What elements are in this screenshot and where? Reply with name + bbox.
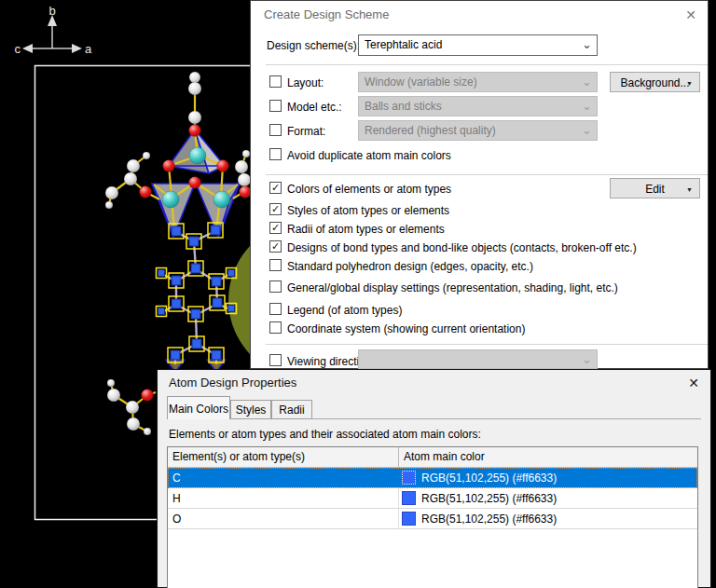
separator: [266, 344, 708, 345]
axis-a-arrow-icon: [72, 44, 82, 53]
atom-design-properties-dialog: Atom Design Properties ✕ Main Colors Sty…: [157, 369, 711, 588]
edit-button[interactable]: Edit ▼: [610, 178, 700, 198]
legend-label: Legend (of atom types): [287, 304, 402, 317]
standard-polyhedron-checkbox[interactable]: [269, 259, 282, 271]
chevron-down-icon: ⌄: [582, 123, 592, 137]
model-label: Model etc.:: [287, 101, 342, 114]
separator: [266, 64, 708, 65]
color-swatch: [402, 471, 416, 485]
tab-styles[interactable]: Styles: [230, 400, 271, 419]
chevron-down-icon: ⌄: [582, 99, 592, 113]
dropdown-arrow-icon[interactable]: ▼: [686, 80, 693, 87]
design-scheme-combobox[interactable]: Terephtalic acid ⌄: [358, 34, 598, 56]
standard-polyhedron-label: Standard polyhedron design (edges, opaci…: [287, 260, 533, 273]
color-swatch: [402, 491, 416, 505]
table-row-h[interactable]: H RGB(51,102,255) (#ff6633): [168, 488, 697, 509]
tab-main-colors[interactable]: Main Colors: [167, 396, 230, 419]
model-combobox: Balls and sticks ⌄: [358, 96, 598, 116]
layout-combobox: Window (variable size) ⌄: [358, 72, 598, 92]
axes-widget: b a c: [15, 4, 93, 56]
format-checkbox[interactable]: [269, 124, 282, 136]
avoid-duplicate-colors-label: Avoid duplicate atom main colors: [287, 149, 451, 162]
colors-of-elements-checkbox[interactable]: ✓: [269, 182, 282, 194]
styles-of-atom-types-label: Styles of atom types or elements: [287, 204, 449, 217]
close-icon[interactable]: ✕: [685, 8, 696, 21]
general-display-settings-checkbox[interactable]: [269, 280, 282, 293]
model-checkbox[interactable]: [269, 100, 282, 112]
separator: [266, 174, 708, 175]
selected-atom-squares: [158, 226, 235, 360]
color-swatch: [402, 512, 416, 526]
chevron-down-icon: ⌄: [582, 352, 592, 366]
table-description: Elements or atom types and their associa…: [169, 428, 481, 441]
table-row-o[interactable]: O RGB(51,102,255) (#ff6633): [168, 509, 697, 529]
column-header-element: Element(s) or atom type(s): [168, 447, 399, 467]
chevron-down-icon[interactable]: ⌄: [582, 37, 592, 51]
radii-of-atom-types-label: Radii of atom types or elements: [287, 223, 445, 236]
viewing-direction-combobox: ⌄: [358, 349, 598, 369]
styles-of-atom-types-checkbox[interactable]: ✓: [269, 203, 282, 215]
coordinate-system-label: Coordinate system (showing current orien…: [287, 322, 525, 335]
general-display-settings-label: General/global display settings (represe…: [287, 281, 618, 294]
radii-of-atom-types-checkbox[interactable]: ✓: [269, 222, 282, 234]
table-row-c[interactable]: C RGB(51,102,255) (#ff6633): [168, 468, 697, 488]
atom-colors-table: Element(s) or atom type(s) Atom main col…: [167, 446, 698, 588]
viewing-direction-checkbox[interactable]: [269, 354, 282, 366]
close-icon[interactable]: ✕: [688, 376, 699, 390]
design-scheme-label: Design scheme(s):: [267, 39, 360, 52]
layout-checkbox[interactable]: [269, 75, 282, 88]
dropdown-arrow-icon[interactable]: ▼: [686, 186, 693, 193]
format-label: Format:: [287, 125, 325, 138]
background-button[interactable]: Background... ▼: [610, 72, 700, 92]
layout-label: Layout:: [287, 76, 324, 89]
designs-of-bond-types-checkbox[interactable]: ✓: [269, 240, 282, 253]
coordinate-system-checkbox[interactable]: [269, 321, 282, 334]
dialog-title[interactable]: Atom Design Properties: [169, 376, 296, 390]
axis-a-label: a: [85, 42, 92, 56]
column-header-color: Atom main color: [399, 447, 697, 467]
designs-of-bond-types-label: Designs of bond types and bond-like obje…: [287, 241, 637, 254]
axis-c-label: c: [15, 42, 21, 56]
table-header-row: Element(s) or atom type(s) Atom main col…: [168, 447, 697, 468]
format-combobox: Rendered (highest quality) ⌄: [358, 120, 598, 141]
tab-radii[interactable]: Radii: [271, 400, 312, 419]
avoid-duplicate-colors-checkbox[interactable]: [269, 148, 282, 160]
axis-c-arrow-icon: [22, 44, 33, 53]
colors-of-elements-label: Colors of elements or atom types: [287, 183, 451, 196]
dialog-title[interactable]: Create Design Scheme: [264, 7, 389, 21]
legend-checkbox[interactable]: [269, 303, 282, 315]
axis-b-label: b: [48, 4, 55, 18]
create-design-scheme-dialog: Create Design Scheme ✕ Design scheme(s):…: [250, 0, 709, 369]
chevron-down-icon: ⌄: [582, 75, 592, 89]
